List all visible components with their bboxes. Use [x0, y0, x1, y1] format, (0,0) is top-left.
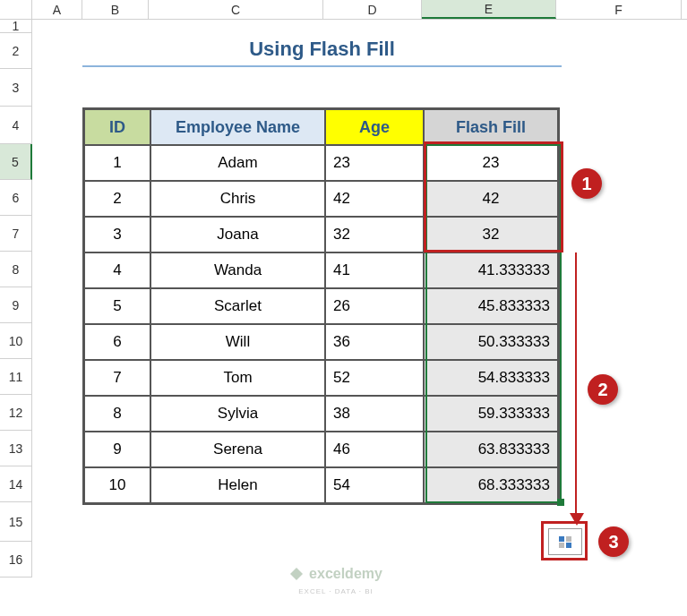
row-header-12[interactable]: 12: [0, 395, 32, 431]
col-header-B[interactable]: B: [82, 0, 149, 19]
sheet-title[interactable]: Using Flash Fill: [82, 33, 562, 67]
cell-name[interactable]: Serena: [150, 432, 325, 467]
svg-marker-0: [290, 568, 303, 580]
row-header-11[interactable]: 11: [0, 359, 32, 395]
cell-name[interactable]: Will: [150, 324, 325, 360]
col-header-A[interactable]: A: [32, 0, 82, 19]
select-all-corner[interactable]: [0, 0, 32, 20]
table-header-row: ID Employee Name Age Flash Fill: [84, 109, 558, 145]
header-name[interactable]: Employee Name: [150, 109, 325, 145]
cell-id[interactable]: 3: [84, 217, 150, 252]
cell-name[interactable]: Chris: [150, 181, 325, 217]
row-headers: 1 2 3 4 5 6 7 8 9 10 11 12 13 14 15 16: [0, 20, 32, 578]
row-header-4[interactable]: 4: [0, 107, 32, 144]
logo-icon: [289, 567, 304, 581]
row-header-14[interactable]: 14: [0, 466, 32, 502]
table-row: 8 Sylvia 38 59.333333: [84, 396, 558, 432]
row-header-13[interactable]: 13: [0, 431, 32, 466]
cell-flashfill[interactable]: 45.833333: [424, 288, 558, 324]
cell-age[interactable]: 23: [325, 145, 424, 181]
arrow-down-icon: [570, 513, 584, 526]
table-row: 1 Adam 23 23: [84, 145, 558, 181]
cell-name[interactable]: Adam: [150, 145, 325, 181]
cell-flashfill[interactable]: 54.833333: [424, 360, 558, 396]
cell-name[interactable]: Tom: [150, 360, 325, 396]
row-header-5[interactable]: 5: [0, 144, 32, 180]
table-row: 9 Serena 46 63.833333: [84, 432, 558, 467]
watermark: exceldemy EXCEL · DATA · BI: [278, 566, 394, 595]
cell-age[interactable]: 46: [325, 432, 424, 467]
watermark-name: exceldemy: [309, 566, 382, 582]
cell-age[interactable]: 38: [325, 396, 424, 432]
row-header-6[interactable]: 6: [0, 180, 32, 216]
cell-age[interactable]: 36: [325, 324, 424, 360]
cell-name[interactable]: Wanda: [150, 252, 325, 288]
table-row: 3 Joana 32 32: [84, 217, 558, 252]
table-row: 2 Chris 42 42: [84, 181, 558, 217]
col-header-D[interactable]: D: [323, 0, 422, 19]
table-row: 7 Tom 52 54.833333: [84, 360, 558, 396]
row-header-15[interactable]: 15: [0, 502, 32, 542]
data-table: ID Employee Name Age Flash Fill 1 Adam 2…: [82, 107, 560, 505]
cell-flashfill[interactable]: 68.333333: [424, 467, 558, 503]
cell-flashfill[interactable]: 50.333333: [424, 324, 558, 360]
spreadsheet-view: A B C D E F 1 2 3 4 5 6 7 8 9 10 11 12 1…: [0, 0, 687, 616]
cell-age[interactable]: 41: [325, 252, 424, 288]
header-flashfill[interactable]: Flash Fill: [424, 109, 558, 145]
cell-id[interactable]: 4: [84, 252, 150, 288]
cell-id[interactable]: 7: [84, 360, 150, 396]
table-row: 4 Wanda 41 41.333333: [84, 252, 558, 288]
cell-id[interactable]: 1: [84, 145, 150, 181]
cell-age[interactable]: 32: [325, 217, 424, 252]
cell-id[interactable]: 2: [84, 181, 150, 217]
cell-id[interactable]: 9: [84, 432, 150, 467]
cell-id[interactable]: 10: [84, 467, 150, 503]
row-header-1[interactable]: 1: [0, 20, 32, 33]
row-header-3[interactable]: 3: [0, 69, 32, 107]
header-id[interactable]: ID: [84, 109, 150, 145]
cell-age[interactable]: 52: [325, 360, 424, 396]
col-header-F[interactable]: F: [556, 0, 682, 19]
table-row: 5 Scarlet 26 45.833333: [84, 288, 558, 324]
cell-age[interactable]: 42: [325, 181, 424, 217]
watermark-sub: EXCEL · DATA · BI: [298, 587, 374, 595]
table-row: 10 Helen 54 68.333333: [84, 467, 558, 503]
cell-flashfill[interactable]: 59.333333: [424, 396, 558, 432]
cell-name[interactable]: Helen: [150, 467, 325, 503]
cell-flashfill[interactable]: 63.833333: [424, 432, 558, 467]
cell-name[interactable]: Sylvia: [150, 396, 325, 432]
callout-arrow: [575, 252, 577, 516]
cell-age[interactable]: 26: [325, 288, 424, 324]
row-header-7[interactable]: 7: [0, 216, 32, 252]
callout-badge-3: 3: [598, 526, 629, 557]
table-row: 6 Will 36 50.333333: [84, 324, 558, 360]
cell-id[interactable]: 6: [84, 324, 150, 360]
callout-badge-2: 2: [588, 374, 618, 405]
cell-age[interactable]: 54: [325, 467, 424, 503]
row-header-16[interactable]: 16: [0, 542, 32, 578]
callout-badge-1: 1: [571, 168, 602, 199]
column-headers: A B C D E F: [0, 0, 687, 20]
col-header-E[interactable]: E: [422, 0, 556, 19]
cell-name[interactable]: Scarlet: [150, 288, 325, 324]
cell-flashfill[interactable]: 42: [424, 181, 558, 217]
cell-id[interactable]: 8: [84, 396, 150, 432]
autofill-options-button[interactable]: [548, 528, 582, 555]
row-header-8[interactable]: 8: [0, 252, 32, 287]
header-age[interactable]: Age: [325, 109, 424, 145]
row-header-9[interactable]: 9: [0, 287, 32, 323]
cell-flashfill[interactable]: 41.333333: [424, 252, 558, 288]
row-header-10[interactable]: 10: [0, 323, 32, 359]
cell-flashfill[interactable]: 23: [424, 145, 558, 181]
cell-id[interactable]: 5: [84, 288, 150, 324]
cell-flashfill[interactable]: 32: [424, 217, 558, 252]
col-header-C[interactable]: C: [149, 0, 323, 19]
row-header-2[interactable]: 2: [0, 33, 32, 69]
cell-name[interactable]: Joana: [150, 217, 325, 252]
